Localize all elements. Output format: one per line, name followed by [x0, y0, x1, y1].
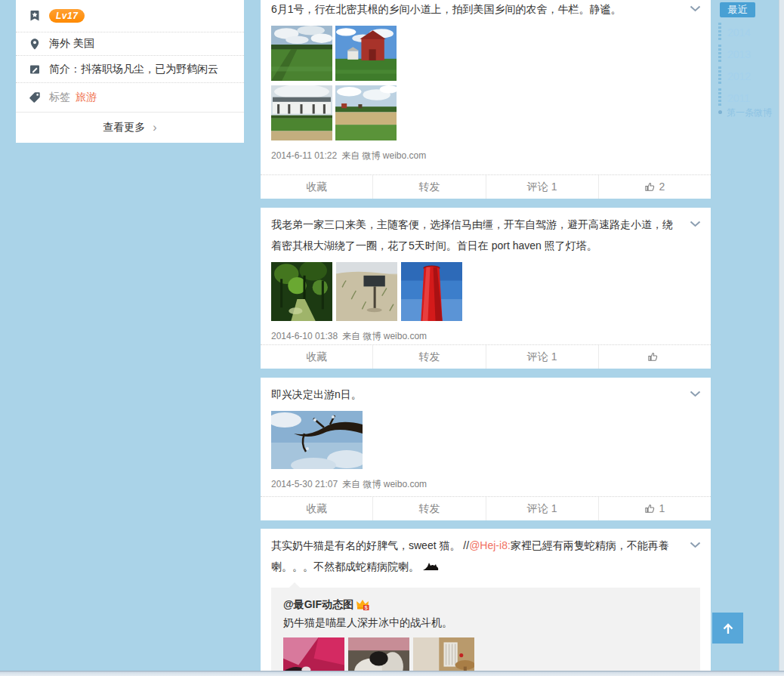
year-label: 2011	[727, 92, 750, 104]
post-text: 即兴决定出游n日。	[261, 378, 711, 405]
view-more-button[interactable]: 查看更多 ›	[16, 112, 244, 143]
photo-forest-path[interactable]	[271, 262, 332, 321]
post: 我老弟一家三口来美，主随客便，选择信马由缰，开车自驾游，避开高速路走小道，绕着密…	[261, 208, 711, 369]
favorite-button[interactable]: 收藏	[261, 345, 373, 369]
year-tick	[718, 88, 721, 106]
quote-box: @最GIF动态图S 奶牛猫是喵星人深井冰中的战斗机。	[271, 588, 700, 676]
comment-button[interactable]: 评论 1	[486, 497, 599, 520]
chevron-down-icon[interactable]	[690, 538, 702, 545]
photo-red-lighthouse[interactable]	[401, 262, 462, 321]
post-meta: 2014-6-11 01:22来自 微博 weibo.com	[271, 150, 700, 162]
chevron-down-icon[interactable]	[690, 387, 702, 394]
post-timestamp[interactable]: 2014-6-10 01:38	[271, 331, 338, 341]
level-row: Lv17	[16, 0, 244, 32]
chevron-down-icon[interactable]	[690, 2, 702, 9]
post: 6月1号，行在北密其根的乡间小道上，拍到美国乡间的农舍，牛栏。静谧。 2014-…	[261, 0, 711, 199]
location-row: 海外 美国	[16, 32, 244, 56]
comment-button[interactable]: 评论 1	[486, 345, 599, 369]
photo-farm-landscape[interactable]	[335, 85, 397, 140]
post: 即兴决定出游n日。 2014-5-30 21:07来自 微博 weibo.com…	[261, 378, 711, 520]
tag-link-travel[interactable]: 旅游	[76, 91, 97, 104]
year-tick	[718, 45, 721, 63]
post-text: 6月1号，行在北密其根的乡间小道上，拍到美国乡间的农舍，牛栏。静谧。	[261, 0, 711, 20]
post-timestamp[interactable]: 2014-5-30 21:07	[271, 479, 338, 489]
year-tick	[718, 23, 721, 41]
quote-author-link[interactable]: @最GIF动态图S	[283, 597, 688, 612]
post-source[interactable]: 来自 微博 weibo.com	[342, 331, 427, 341]
action-bar: 收藏 转发 评论 1 2	[261, 174, 711, 199]
repost-button[interactable]: 转发	[373, 175, 486, 199]
year-tick	[718, 66, 721, 85]
tag-icon	[29, 91, 41, 103]
timeline-year-2013[interactable]: 2013	[718, 43, 779, 65]
photo-red-barn[interactable]	[335, 26, 397, 81]
vip-crown-icon: S	[357, 599, 369, 610]
back-to-top-button[interactable]	[712, 613, 743, 644]
like-button[interactable]	[599, 345, 711, 369]
first-post-label: 第一条微博	[727, 107, 772, 118]
timeline-year-2014[interactable]: 2014	[718, 21, 779, 43]
repost-button[interactable]: 转发	[373, 345, 486, 369]
favorite-button[interactable]: 收藏	[261, 175, 373, 199]
post-source[interactable]: 来自 微博 weibo.com	[341, 150, 426, 161]
intro-icon	[29, 63, 41, 76]
repost-button[interactable]: 转发	[373, 497, 486, 520]
black-cat-emoji	[422, 557, 439, 579]
post-meta: 2014-6-10 01:38来自 微博 weibo.com	[271, 330, 700, 343]
photo-country-field[interactable]	[271, 26, 332, 81]
profile-card: Lv17 海外 美国 简介：抖落职场凡尘，已为野鹤闲云 标签 旅游 查看更多 ›	[16, 0, 244, 143]
photo-dune-sign[interactable]	[336, 262, 397, 321]
year-label: 2014	[727, 26, 751, 39]
post-text: 我老弟一家三口来美，主随客便，选择信马由缰，开车自驾游，避开高速路走小道，绕着密…	[261, 208, 711, 256]
first-post-dot	[718, 110, 722, 114]
post: 其实奶牛猫是有名的好脾气，sweet 猫。 //@Hej-i8:家裡已經有兩隻蛇…	[261, 529, 711, 676]
post-text: 其实奶牛猫是有名的好脾气，sweet 猫。 //@Hej-i8:家裡已經有兩隻蛇…	[261, 529, 711, 579]
chevron-down-icon[interactable]	[690, 217, 702, 224]
timeline-years: 2014 2013 2012 2011	[718, 21, 779, 109]
post-source[interactable]: 来自 微博 weibo.com	[342, 479, 427, 489]
post-text-part1: 其实奶牛猫是有名的好脾气，sweet 猫。 //	[271, 539, 469, 551]
horizontal-scrollbar[interactable]	[0, 671, 784, 676]
up-arrow-icon	[721, 621, 736, 636]
tags-label: 标签	[49, 91, 70, 104]
action-bar: 收藏 转发 评论 1	[261, 344, 711, 369]
timeline-year-2011[interactable]: 2011	[718, 87, 779, 109]
location-text: 海外 美国	[49, 37, 94, 51]
comment-button[interactable]: 评论 1	[486, 175, 599, 199]
post-timestamp[interactable]: 2014-6-11 01:22	[271, 150, 337, 161]
mention-link[interactable]: @Hej-i8:	[469, 539, 511, 551]
intro-text: 简介：抖落职场凡尘，已为野鹤闲云	[49, 63, 218, 76]
like-button[interactable]: 1	[599, 497, 711, 520]
like-button[interactable]: 2	[599, 175, 711, 199]
photo-grid	[271, 262, 700, 321]
action-bar: 收藏 转发 评论 1 1	[261, 496, 711, 520]
view-more-label: 查看更多	[103, 121, 145, 134]
photo-branch-sky[interactable]	[271, 411, 363, 469]
vertical-scrollbar[interactable]	[779, 0, 784, 676]
photo-grid	[271, 26, 400, 140]
timeline-year-2012[interactable]: 2012	[718, 65, 779, 87]
chevron-right-icon: ›	[153, 122, 156, 134]
thumbs-up-icon	[644, 503, 656, 514]
like-count: 1	[659, 502, 665, 514]
like-count: 2	[659, 181, 665, 193]
thumbs-up-icon	[644, 181, 656, 193]
year-label: 2012	[727, 70, 751, 82]
badge-icon	[29, 10, 41, 22]
timeline-first-post[interactable]: 第一条微博	[718, 106, 772, 119]
level-badge[interactable]: Lv17	[49, 9, 85, 23]
svg-text:S: S	[365, 605, 369, 610]
photo-white-farm-building[interactable]	[271, 85, 332, 140]
quote-text: 奶牛猫是喵星人深井冰中的战斗机。	[283, 613, 688, 631]
favorite-button[interactable]: 收藏	[261, 497, 373, 520]
year-label: 2013	[727, 48, 751, 60]
photo-grid	[271, 411, 700, 469]
quote-author-name: @最GIF动态图	[283, 598, 353, 610]
thumbs-up-icon	[647, 351, 659, 363]
post-meta: 2014-5-30 21:07来自 微博 weibo.com	[271, 478, 700, 491]
intro-row: 简介：抖落职场凡尘，已为野鹤闲云	[16, 56, 244, 83]
location-pin-icon	[29, 38, 41, 50]
tags-row: 标签 旅游	[16, 83, 244, 112]
timeline-recent-button[interactable]: 最近	[720, 2, 755, 17]
